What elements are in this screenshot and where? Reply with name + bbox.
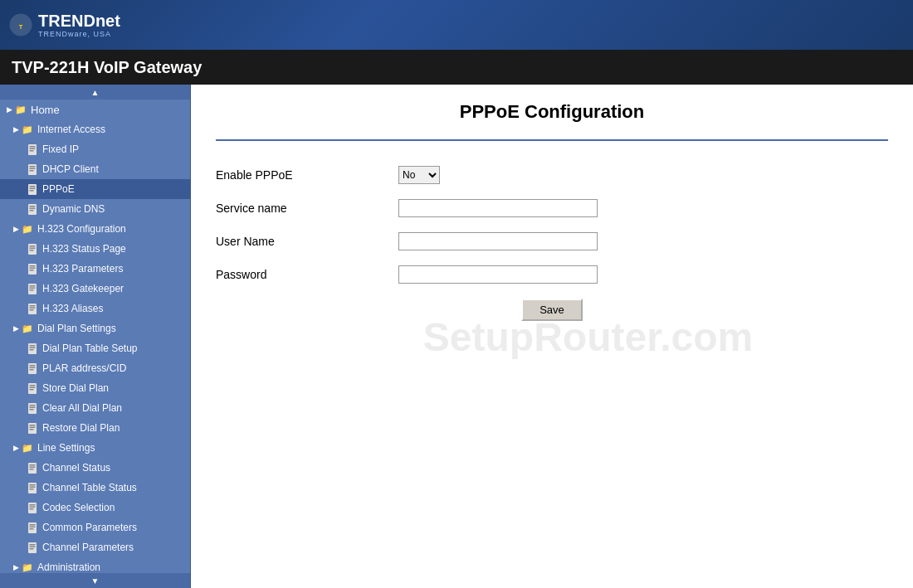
sidebar-item-h323-parameters[interactable]: H.323 Parameters xyxy=(0,259,190,279)
sidebar-scroll-down[interactable]: ▼ xyxy=(0,573,190,588)
svg-rect-67 xyxy=(30,524,36,526)
svg-rect-52 xyxy=(30,426,36,428)
expand-icon-dial-plan-settings: ▶ xyxy=(13,324,19,333)
sidebar-item-line-settings[interactable]: ▶📁Line Settings xyxy=(0,438,190,458)
password-label: Password xyxy=(216,268,382,281)
svg-rect-56 xyxy=(30,466,36,468)
password-input[interactable] xyxy=(398,265,598,284)
sidebar-item-store-dial-plan[interactable]: Store Dial Plan xyxy=(0,378,190,398)
enable-pppoe-select[interactable]: No Yes xyxy=(398,166,440,184)
page-icon-channel-status xyxy=(27,462,38,474)
sidebar-item-home[interactable]: ▶📁Home xyxy=(0,100,190,119)
svg-rect-36 xyxy=(30,347,36,348)
user-name-input[interactable] xyxy=(398,232,598,250)
sidebar-label-channel-parameters: Channel Parameters xyxy=(42,542,134,553)
sidebar-item-clear-all-dial-plan[interactable]: Clear All Dial Plan xyxy=(0,398,190,418)
sidebar-label-dhcp-client: DHCP Client xyxy=(42,163,99,175)
service-name-control xyxy=(398,199,598,217)
svg-rect-40 xyxy=(30,367,36,368)
expand-icon-home: ▶ xyxy=(7,105,12,114)
sidebar-label-h323-status: H.323 Status Page xyxy=(42,243,126,255)
sidebar: ▲ ▶📁Home▶📁Internet AccessFixed IPDHCP Cl… xyxy=(0,85,191,588)
svg-rect-16 xyxy=(30,207,36,209)
page-icon-channel-parameters xyxy=(27,542,38,553)
svg-rect-68 xyxy=(30,526,36,527)
sidebar-scroll-up[interactable]: ▲ xyxy=(0,85,190,100)
svg-rect-29 xyxy=(30,289,34,291)
svg-rect-62 xyxy=(28,503,37,513)
service-name-row: Service name xyxy=(216,199,888,217)
svg-rect-30 xyxy=(28,304,37,314)
sidebar-label-clear-all-dial-plan: Clear All Dial Plan xyxy=(42,402,122,414)
svg-rect-46 xyxy=(28,403,37,414)
sidebar-item-common-parameters[interactable]: Common Parameters xyxy=(0,518,190,537)
svg-rect-20 xyxy=(30,247,36,249)
sidebar-item-dial-plan-settings[interactable]: ▶📁Dial Plan Settings xyxy=(0,318,190,338)
page-icon-dynamic-dns xyxy=(27,203,38,215)
sidebar-item-h323-aliases[interactable]: H.323 Aliases xyxy=(0,299,190,318)
svg-text:T: T xyxy=(19,23,23,31)
sidebar-item-restore-dial-plan[interactable]: Restore Dial Plan xyxy=(0,418,190,438)
content-area: SetupRouter.com PPPoE Configuration Enab… xyxy=(191,85,913,588)
svg-rect-23 xyxy=(30,265,36,267)
svg-rect-49 xyxy=(30,409,34,411)
sidebar-label-fixed-ip: Fixed IP xyxy=(42,143,79,155)
page-icon-plar-address xyxy=(27,362,38,374)
svg-rect-6 xyxy=(28,164,37,175)
sidebar-item-h323-config[interactable]: ▶📁H.323 Configuration xyxy=(0,219,190,239)
sidebar-label-internet-access: Internet Access xyxy=(37,124,105,135)
sidebar-label-dial-plan-table-setup: Dial Plan Table Setup xyxy=(42,343,138,354)
sidebar-item-channel-status[interactable]: Channel Status xyxy=(0,458,190,478)
page-icon-pppoe xyxy=(27,183,38,195)
svg-rect-63 xyxy=(30,504,36,506)
sidebar-item-pppoe[interactable]: PPPoE xyxy=(0,179,190,199)
svg-rect-12 xyxy=(30,187,36,189)
sidebar-label-h323-parameters: H.323 Parameters xyxy=(42,263,123,275)
svg-rect-54 xyxy=(28,463,37,474)
logo-sub: TRENDware, USA xyxy=(38,30,120,38)
svg-rect-39 xyxy=(30,365,36,367)
sidebar-label-h323-config: H.323 Configuration xyxy=(37,223,126,235)
folder-icon-h323-config: 📁 xyxy=(22,223,33,235)
svg-rect-18 xyxy=(28,244,37,255)
page-icon-codec-selection xyxy=(27,502,38,513)
sidebar-item-dhcp-client[interactable]: DHCP Client xyxy=(0,159,190,179)
folder-icon-administration: 📁 xyxy=(22,561,33,573)
svg-rect-27 xyxy=(30,285,36,287)
title-bar: TVP-221H VoIP Gateway xyxy=(0,50,913,85)
sidebar-label-store-dial-plan: Store Dial Plan xyxy=(42,382,109,394)
svg-rect-31 xyxy=(30,305,36,307)
sidebar-item-channel-table-status[interactable]: Channel Table Status xyxy=(0,478,190,498)
svg-rect-4 xyxy=(30,148,36,149)
sidebar-item-fixed-ip[interactable]: Fixed IP xyxy=(0,139,190,159)
folder-icon-dial-plan-settings: 📁 xyxy=(22,323,33,334)
page-icon-dhcp-client xyxy=(27,163,38,175)
enable-pppoe-control: No Yes xyxy=(398,166,440,184)
sidebar-item-internet-access[interactable]: ▶📁Internet Access xyxy=(0,119,190,139)
sidebar-item-dial-plan-table-setup[interactable]: Dial Plan Table Setup xyxy=(0,338,190,358)
sidebar-item-h323-gatekeeper[interactable]: H.323 Gatekeeper xyxy=(0,279,190,299)
sidebar-label-pppoe: PPPoE xyxy=(42,183,75,195)
sidebar-item-dynamic-dns[interactable]: Dynamic DNS xyxy=(0,199,190,219)
password-control xyxy=(398,265,598,284)
page-title: PPPoE Configuration xyxy=(216,101,888,123)
svg-rect-65 xyxy=(30,508,34,510)
sidebar-item-channel-parameters[interactable]: Channel Parameters xyxy=(0,537,190,557)
svg-rect-71 xyxy=(30,544,36,546)
sidebar-item-plar-address[interactable]: PLAR address/CID xyxy=(0,358,190,378)
sidebar-label-channel-status: Channel Status xyxy=(42,462,110,474)
service-name-input[interactable] xyxy=(398,199,598,217)
svg-rect-21 xyxy=(30,250,34,251)
main-layout: ▲ ▶📁Home▶📁Internet AccessFixed IPDHCP Cl… xyxy=(0,85,913,588)
page-icon-clear-all-dial-plan xyxy=(27,402,38,414)
sidebar-label-codec-selection: Codec Selection xyxy=(42,502,115,513)
sidebar-item-codec-selection[interactable]: Codec Selection xyxy=(0,498,190,518)
sidebar-item-h323-status[interactable]: H.323 Status Page xyxy=(0,239,190,259)
page-icon-h323-status xyxy=(27,243,38,255)
sidebar-label-common-parameters: Common Parameters xyxy=(42,522,137,533)
svg-rect-26 xyxy=(28,284,37,294)
svg-rect-43 xyxy=(30,385,36,386)
page-icon-h323-aliases xyxy=(27,303,38,314)
sidebar-label-line-settings: Line Settings xyxy=(37,442,95,454)
save-button[interactable]: Save xyxy=(521,299,583,321)
